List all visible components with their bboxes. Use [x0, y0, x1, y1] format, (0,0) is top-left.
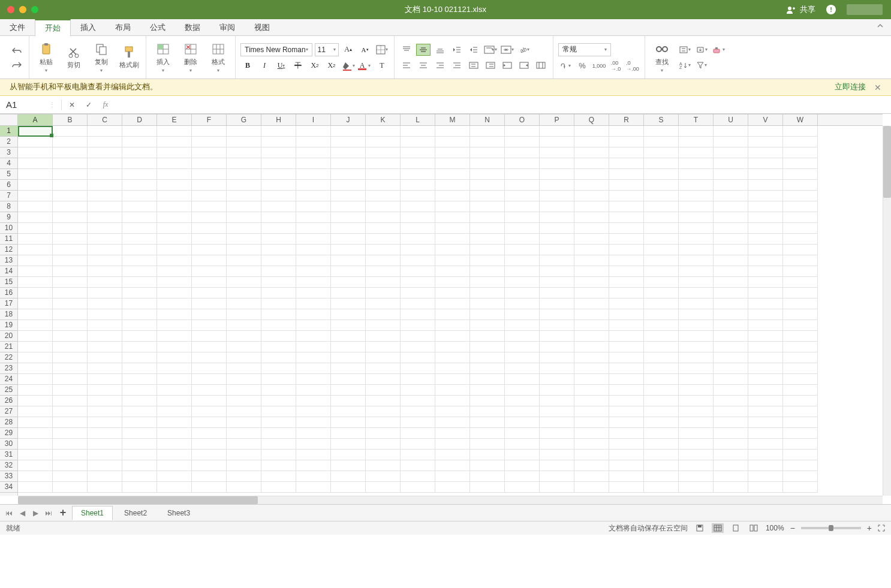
cell[interactable] — [574, 342, 609, 352]
cell[interactable] — [53, 234, 88, 245]
cell[interactable] — [609, 320, 644, 331]
cell[interactable] — [296, 363, 331, 374]
cell[interactable] — [679, 342, 714, 352]
cell[interactable] — [574, 428, 609, 439]
cell[interactable] — [644, 352, 679, 363]
menu-tab-review[interactable]: 审阅 — [210, 19, 245, 35]
cell[interactable] — [714, 191, 748, 201]
cell[interactable] — [644, 406, 679, 417]
cell[interactable] — [679, 374, 714, 385]
cell[interactable] — [679, 331, 714, 342]
cell[interactable] — [714, 396, 748, 406]
cell[interactable] — [679, 277, 714, 288]
cell[interactable] — [157, 396, 192, 406]
cell[interactable] — [53, 482, 88, 493]
cell[interactable] — [192, 374, 227, 385]
column-header[interactable]: N — [470, 114, 505, 125]
cell[interactable] — [401, 342, 435, 352]
cell[interactable] — [714, 385, 748, 396]
cell[interactable] — [574, 191, 609, 201]
cell[interactable] — [122, 288, 157, 298]
cell[interactable] — [53, 342, 88, 352]
font-size-select[interactable]: 11▾ — [315, 43, 339, 56]
cell[interactable] — [366, 191, 401, 201]
cell[interactable] — [644, 277, 679, 288]
cell[interactable] — [157, 417, 192, 428]
cell[interactable] — [435, 417, 470, 428]
cell[interactable] — [540, 201, 574, 212]
cell[interactable] — [714, 460, 748, 471]
cell[interactable] — [714, 234, 748, 245]
cell[interactable] — [261, 482, 296, 493]
cell[interactable] — [53, 450, 88, 460]
cell[interactable] — [53, 180, 88, 191]
cell[interactable] — [331, 137, 366, 147]
cell[interactable] — [644, 309, 679, 320]
cell[interactable] — [644, 482, 679, 493]
cell[interactable] — [540, 342, 574, 352]
cell[interactable] — [157, 255, 192, 266]
cell[interactable] — [227, 439, 261, 450]
cell[interactable] — [122, 191, 157, 201]
cell[interactable] — [227, 374, 261, 385]
cell[interactable] — [122, 309, 157, 320]
cell[interactable] — [401, 406, 435, 417]
cell[interactable] — [53, 331, 88, 342]
indent-shift-left-button[interactable] — [500, 59, 514, 71]
cell[interactable] — [227, 266, 261, 277]
fill-button[interactable]: ▾ — [694, 44, 709, 56]
cell[interactable] — [122, 201, 157, 212]
cell[interactable] — [540, 406, 574, 417]
cell[interactable] — [435, 396, 470, 406]
row-header[interactable]: 4 — [0, 158, 17, 169]
cell[interactable] — [401, 191, 435, 201]
cell[interactable] — [122, 234, 157, 245]
cell[interactable] — [401, 309, 435, 320]
cell[interactable] — [435, 428, 470, 439]
cell[interactable] — [296, 417, 331, 428]
cell[interactable] — [714, 352, 748, 363]
cell[interactable] — [331, 439, 366, 450]
cell[interactable] — [122, 180, 157, 191]
column-header[interactable]: S — [644, 114, 679, 125]
cell[interactable] — [122, 417, 157, 428]
cell[interactable] — [609, 363, 644, 374]
column-header[interactable]: F — [192, 114, 227, 125]
cell[interactable] — [227, 180, 261, 191]
cell[interactable] — [435, 223, 470, 234]
cell[interactable] — [783, 298, 818, 309]
cell[interactable] — [714, 298, 748, 309]
collapse-ribbon-button[interactable] — [877, 23, 884, 29]
cell[interactable] — [435, 309, 470, 320]
cell[interactable] — [366, 320, 401, 331]
zoom-level[interactable]: 100% — [766, 524, 784, 532]
cell[interactable] — [53, 298, 88, 309]
cell[interactable] — [470, 223, 505, 234]
row-header[interactable]: 5 — [0, 169, 17, 180]
cell[interactable] — [540, 450, 574, 460]
cell[interactable] — [748, 428, 783, 439]
cell[interactable] — [157, 374, 192, 385]
cell[interactable] — [192, 212, 227, 223]
cell[interactable] — [574, 374, 609, 385]
decrease-font-button[interactable]: A▾ — [358, 44, 372, 56]
cell[interactable] — [401, 137, 435, 147]
cell[interactable] — [714, 201, 748, 212]
cell[interactable] — [748, 363, 783, 374]
cell[interactable] — [644, 342, 679, 352]
cell[interactable] — [540, 417, 574, 428]
cell[interactable] — [296, 298, 331, 309]
cell[interactable] — [679, 234, 714, 245]
cell[interactable] — [261, 180, 296, 191]
cell[interactable] — [331, 223, 366, 234]
cell[interactable] — [748, 245, 783, 255]
cell[interactable] — [122, 223, 157, 234]
cell[interactable] — [88, 180, 122, 191]
cell[interactable] — [261, 396, 296, 406]
cell[interactable] — [261, 191, 296, 201]
cell[interactable] — [53, 288, 88, 298]
row-header[interactable]: 17 — [0, 298, 17, 309]
cell[interactable] — [574, 320, 609, 331]
name-box[interactable]: A1 ⋮ — [0, 96, 61, 113]
cell[interactable] — [192, 234, 227, 245]
